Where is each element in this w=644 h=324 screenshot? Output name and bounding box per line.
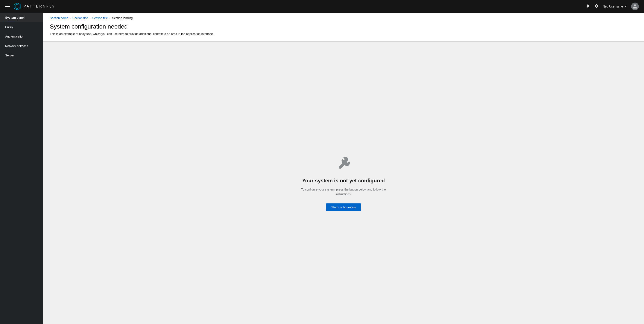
empty-state-title: Your system is not yet configured xyxy=(302,178,385,184)
topbar-right: Ned Username ▼ xyxy=(586,2,639,10)
sidebar-item-system-panel-label: System panel xyxy=(5,16,24,19)
topbar-left: PATTERNFLY xyxy=(5,2,586,10)
sidebar-item-authentication[interactable]: Authentication xyxy=(0,32,43,41)
empty-state-body: To configure your system, press the butt… xyxy=(298,187,388,197)
sidebar-item-network-services-label: Network services xyxy=(5,44,28,48)
sidebar: System panel Policy Authentication Netwo… xyxy=(0,13,43,324)
breadcrumb-section-home[interactable]: Section home xyxy=(50,16,68,20)
breadcrumb-section-title-1[interactable]: Section title xyxy=(72,16,88,20)
avatar-icon xyxy=(632,4,638,9)
layout: System panel Policy Authentication Netwo… xyxy=(0,13,644,324)
sidebar-item-server-label: Server xyxy=(5,54,14,57)
sidebar-item-system-panel[interactable]: System panel xyxy=(0,13,43,22)
page-header: Section home › Section title › Section t… xyxy=(43,13,644,42)
empty-state-area: Your system is not yet configured To con… xyxy=(43,42,644,324)
page-title: System configuration needed xyxy=(50,23,637,30)
main-content: Section home › Section title › Section t… xyxy=(43,13,644,324)
notifications-bell-icon[interactable] xyxy=(586,4,590,9)
breadcrumb-separator-2: › xyxy=(90,16,90,19)
settings-gear-icon[interactable] xyxy=(594,4,598,9)
breadcrumb: Section home › Section title › Section t… xyxy=(50,16,637,20)
breadcrumb-section-landing: Section landing xyxy=(112,16,133,20)
brand: PATTERNFLY xyxy=(13,2,56,10)
sidebar-item-policy[interactable]: Policy xyxy=(0,22,43,32)
brand-name: PATTERNFLY xyxy=(24,4,56,8)
start-configuration-button[interactable]: Start configuration xyxy=(326,203,361,211)
user-dropdown-caret-icon: ▼ xyxy=(625,5,627,8)
sidebar-item-network-services[interactable]: Network services xyxy=(0,41,43,51)
svg-marker-1 xyxy=(15,4,19,9)
breadcrumb-separator-1: › xyxy=(70,16,71,19)
wrench-icon xyxy=(335,154,352,173)
page-description: This is an example of body text, which y… xyxy=(50,32,637,36)
username-label: Ned Username xyxy=(603,5,623,8)
breadcrumb-separator-3: › xyxy=(110,16,110,19)
breadcrumb-section-title-2[interactable]: Section title xyxy=(92,16,108,20)
user-dropdown[interactable]: Ned Username ▼ xyxy=(603,5,627,8)
empty-state: Your system is not yet configured To con… xyxy=(290,146,397,220)
avatar[interactable] xyxy=(631,2,639,10)
sidebar-item-policy-label: Policy xyxy=(5,25,13,29)
hamburger-menu-button[interactable] xyxy=(5,5,10,8)
sidebar-item-server[interactable]: Server xyxy=(0,51,43,60)
sidebar-item-authentication-label: Authentication xyxy=(5,35,24,38)
brand-logo-icon xyxy=(13,2,21,10)
topbar: PATTERNFLY Ned Username ▼ xyxy=(0,0,644,13)
